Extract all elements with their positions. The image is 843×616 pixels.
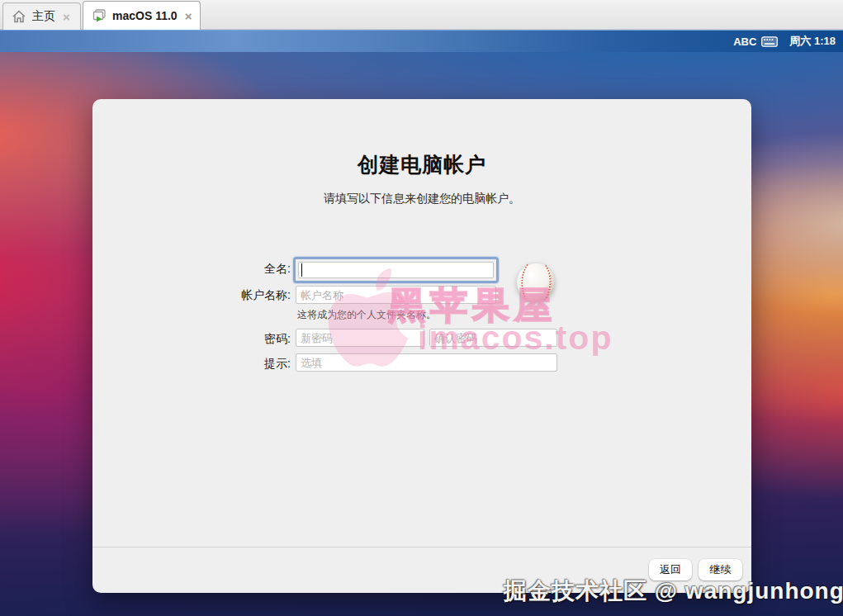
new-password-input[interactable]	[296, 329, 424, 347]
tab-macos[interactable]: macOS 11.0 ×	[83, 1, 201, 30]
account-name-hint: 这将成为您的个人文件夹名称。	[297, 308, 436, 322]
footer-divider	[92, 547, 751, 547]
dialog-subtitle: 请填写以下信息来创建您的电脑帐户。	[92, 192, 751, 206]
clock-label: 周六 1:18	[789, 34, 836, 49]
hint-label: 提示:	[92, 357, 291, 372]
continue-button[interactable]: 继续	[699, 559, 742, 580]
full-name-input[interactable]	[298, 262, 494, 278]
full-name-label: 全名:	[92, 262, 291, 277]
password-hint-input[interactable]	[296, 353, 557, 372]
password-label: 密码:	[92, 332, 291, 347]
dialog-title: 创建电脑帐户	[92, 151, 751, 178]
tab-home-close-icon[interactable]: ×	[61, 10, 72, 24]
menu-bar-clock[interactable]: 周六 1:18	[789, 34, 836, 49]
account-name-input[interactable]	[296, 286, 496, 304]
tab-home[interactable]: 主页 ×	[2, 2, 81, 30]
account-name-label: 帐户名称:	[92, 288, 291, 303]
input-source-menu[interactable]: ABC	[733, 36, 778, 48]
keyboard-icon	[761, 36, 778, 47]
vm-tab-bar: 主页 × macOS 11.0 ×	[0, 0, 843, 30]
tab-macos-close-icon[interactable]: ×	[183, 9, 194, 23]
macos-menu-bar: ABC 周六 1:18	[0, 30, 843, 52]
tab-home-label: 主页	[32, 9, 55, 24]
back-button[interactable]: 返回	[649, 559, 692, 580]
tab-macos-label: macOS 11.0	[112, 9, 178, 22]
account-picture-baseball[interactable]	[516, 263, 556, 302]
input-source-label: ABC	[733, 36, 756, 48]
verify-password-input[interactable]	[429, 329, 557, 347]
create-account-dialog: 创建电脑帐户 请填写以下信息来创建您的电脑帐户。 全名: 帐户名称: 密码: 提…	[92, 99, 751, 593]
home-icon	[12, 9, 26, 24]
vm-screen-icon	[92, 8, 107, 23]
